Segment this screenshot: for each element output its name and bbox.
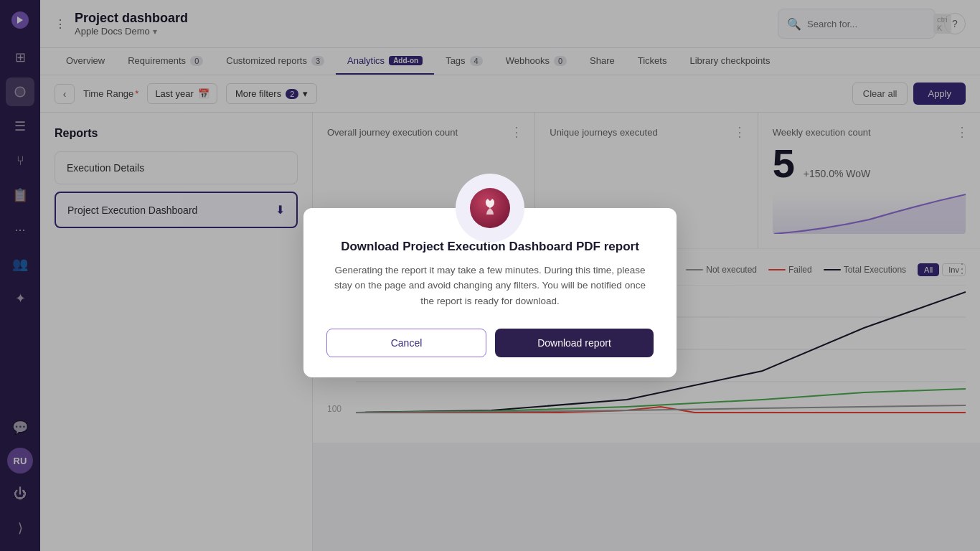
modal-overlay[interactable]: Download Project Execution Dashboard PDF… [0, 0, 980, 551]
download-report-button[interactable]: Download report [495, 329, 654, 357]
modal-icon-area [456, 174, 524, 242]
cancel-button[interactable]: Cancel [326, 329, 486, 357]
modal: Download Project Execution Dashboard PDF… [303, 208, 677, 378]
modal-icon [470, 188, 510, 228]
modal-description: Generating the report it may take a few … [326, 263, 654, 309]
modal-actions: Cancel Download report [326, 329, 654, 357]
